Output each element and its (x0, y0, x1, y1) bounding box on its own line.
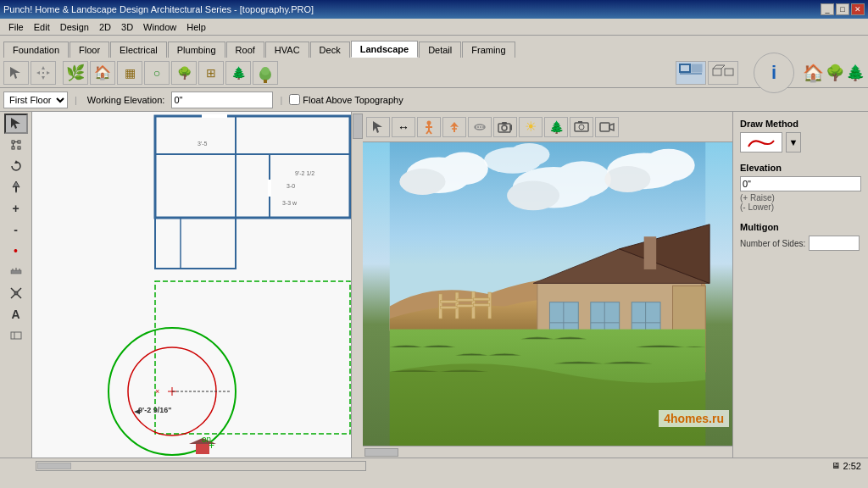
svg-point-90 (554, 161, 611, 197)
3d-photo-btn[interactable] (570, 117, 593, 137)
terrain-tool-btn[interactable]: 🌿 (63, 61, 88, 85)
main-content: + - • A (0, 112, 868, 458)
canvas-vscroll[interactable] (351, 112, 363, 458)
tool-zoom-in[interactable]: + (4, 198, 28, 219)
tool-extra[interactable] (4, 325, 28, 346)
plant-btn[interactable]: 🌲 (225, 61, 251, 85)
3d-fly-btn[interactable] (442, 117, 466, 137)
3d-hscroll-thumb[interactable] (364, 448, 398, 457)
svg-rect-5 (42, 72, 44, 74)
3d-rotate-btn[interactable] (468, 117, 492, 137)
tool-zoom-out[interactable]: - (4, 219, 28, 240)
tab-electrical[interactable]: Electrical (110, 42, 167, 58)
tool-text[interactable]: A (4, 304, 28, 324)
gate-btn[interactable]: ⊞ (198, 61, 224, 85)
tab-hvac[interactable]: HVAC (265, 42, 309, 58)
tab-deck[interactable]: Deck (310, 42, 350, 58)
info-btn[interactable]: i (754, 53, 794, 93)
home-icon: 🏠 (803, 63, 824, 83)
menu-3d[interactable]: 3D (116, 21, 138, 33)
svg-text:+: + (209, 440, 214, 452)
lower-label: (- Lower) (740, 202, 861, 212)
system-tray: 🖥 2:52 (832, 461, 865, 471)
3d-pan-btn[interactable]: ↔ (392, 117, 415, 137)
3d-hscroll[interactable] (363, 446, 732, 458)
secondary-toolbar: First Floor | Working Elevation: | Float… (0, 88, 868, 112)
multigon-label: Multigon (740, 222, 861, 232)
svg-point-94 (604, 166, 650, 192)
minimize-btn[interactable]: _ (821, 3, 834, 15)
draw-method-dropdown[interactable]: ▼ (786, 132, 801, 152)
3d-tree-btn[interactable]: 🌲 (544, 117, 568, 137)
svg-rect-37 (32, 112, 363, 458)
3d-video-btn[interactable] (595, 117, 619, 137)
shrub-btn[interactable]: 🌳 (171, 61, 197, 85)
3d-sun-btn[interactable]: ☀ (519, 117, 542, 137)
select-tool-btn[interactable] (3, 61, 29, 85)
draw-preview[interactable] (740, 132, 782, 152)
svg-rect-26 (15, 186, 17, 191)
canvas-hscroll-thumb[interactable] (37, 463, 71, 469)
3d-cursor-btn[interactable] (366, 117, 390, 137)
spray-btn[interactable] (253, 61, 278, 85)
tool-node[interactable] (4, 135, 28, 155)
tool-dot[interactable]: • (4, 241, 28, 261)
menu-design[interactable]: Design (55, 21, 94, 33)
svg-point-87 (439, 152, 488, 186)
menu-window[interactable]: Window (138, 21, 181, 33)
menu-file[interactable]: File (3, 21, 29, 33)
tool-pen[interactable] (4, 177, 28, 197)
main-toolbar: 🌿 🏠 ▦ ○ 🌳 ⊞ 🌲 (0, 58, 868, 88)
tab-floor[interactable]: Floor (70, 42, 109, 58)
tool-rotate[interactable] (4, 156, 28, 176)
tool-select[interactable] (4, 114, 28, 134)
draw-method-section: Draw Method ▼ (740, 119, 861, 152)
3d-render: 4homes.ru (363, 142, 732, 446)
float-checkbox-area: Float Above Topography (289, 94, 403, 105)
tab-roof[interactable]: Roof (226, 42, 264, 58)
floor-select[interactable]: First Floor (3, 92, 68, 108)
svg-point-93 (643, 149, 695, 182)
tab-landscape[interactable]: Landscape (351, 41, 418, 58)
svg-point-91 (507, 180, 559, 210)
circle-area-btn[interactable]: ○ (144, 61, 170, 85)
svg-text:9'-2 9/16": 9'-2 9/16" (138, 406, 171, 414)
3d-view-btn[interactable] (708, 61, 738, 85)
tab-framing[interactable]: Framing (462, 42, 515, 58)
sides-input[interactable] (809, 236, 860, 251)
elevation-label: Elevation (740, 163, 861, 173)
move-tool-btn[interactable] (31, 61, 56, 85)
tool-measure[interactable] (4, 262, 28, 282)
close-btn[interactable]: ✕ (851, 3, 865, 15)
canvas-hscroll[interactable] (36, 461, 366, 471)
title-bar: Punch! Home & Landscape Design Architect… (0, 0, 868, 19)
svg-marker-25 (13, 181, 19, 187)
svg-rect-103 (473, 298, 489, 301)
menu-edit[interactable]: Edit (29, 21, 55, 33)
vscroll-thumb[interactable] (353, 114, 363, 139)
3d-walk-btn[interactable] (417, 117, 441, 137)
fence-tool-btn[interactable]: ▦ (117, 61, 142, 85)
sides-row: Number of Sides: (740, 236, 861, 251)
3d-view-container: ↔ (363, 112, 732, 458)
svg-rect-8 (264, 80, 267, 83)
tab-detail[interactable]: Detail (419, 42, 461, 58)
3d-camera-btn[interactable] (493, 117, 517, 137)
restore-btn[interactable]: □ (836, 3, 849, 15)
svg-rect-60 (196, 444, 209, 454)
svg-marker-4 (47, 71, 50, 75)
left-tools: + - • A (0, 112, 32, 458)
2d-view-btn[interactable] (676, 61, 706, 85)
menu-2d[interactable]: 2D (94, 21, 116, 33)
tool-trim[interactable] (4, 283, 28, 303)
tab-foundation[interactable]: Foundation (3, 42, 69, 58)
float-checkbox[interactable] (289, 94, 300, 105)
elevation-input[interactable] (171, 92, 273, 108)
tab-plumbing[interactable]: Plumbing (168, 42, 225, 58)
menu-help[interactable]: Help (181, 21, 211, 33)
float-label: Float Above Topography (303, 95, 403, 105)
elevation-value-input[interactable] (740, 176, 861, 191)
house-tool-btn[interactable]: 🏠 (90, 61, 115, 85)
drawing-canvas: 3'-5 9'-2 1/2 3-0 3-3 w × 9'-2 9/16" (32, 112, 363, 458)
title-controls: _ □ ✕ (821, 3, 865, 15)
